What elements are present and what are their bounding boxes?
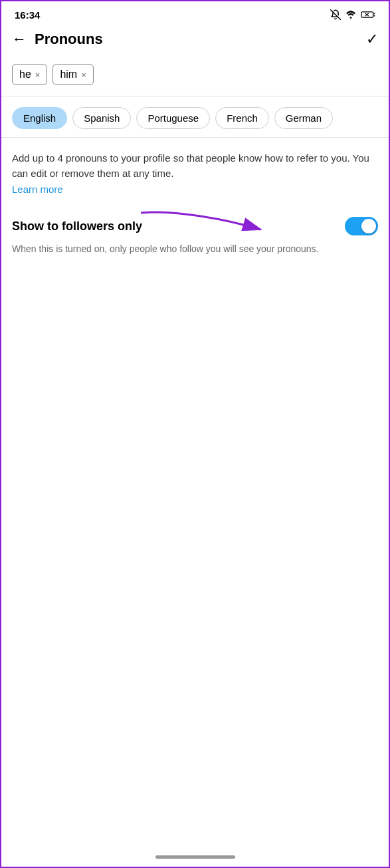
language-tabs-container: English Spanish Portuguese French German	[1, 96, 389, 138]
confirm-button[interactable]: ✓	[366, 31, 378, 48]
description-text: Add up to 4 pronouns to your profile so …	[12, 151, 378, 181]
home-indicator	[155, 855, 235, 859]
pronoun-tag-him-remove[interactable]: ×	[81, 70, 86, 80]
toggle-thumb	[361, 219, 376, 233]
back-button[interactable]: ←	[12, 31, 27, 48]
battery-alert-icon	[361, 10, 375, 19]
learn-more-link[interactable]: Learn more	[12, 184, 63, 195]
header: ← Pronouns ✓	[1, 25, 389, 56]
tab-french[interactable]: French	[215, 107, 269, 129]
svg-point-1	[350, 17, 352, 19]
page-title: Pronouns	[35, 31, 103, 48]
followers-toggle[interactable]	[345, 217, 378, 235]
wifi-icon	[345, 9, 357, 20]
status-icons	[330, 9, 375, 20]
svg-line-0	[331, 10, 341, 20]
arrow-annotation	[134, 206, 280, 246]
toggle-track	[345, 217, 378, 235]
phone-frame: 16:34	[0, 0, 390, 868]
followers-only-label: Show to followers only	[12, 219, 142, 233]
followers-description: When this is turned on, only people who …	[12, 242, 378, 256]
header-left: ← Pronouns	[12, 31, 103, 48]
followers-row: Show to followers only	[12, 217, 378, 235]
pronoun-tag-him[interactable]: him ×	[52, 64, 93, 85]
language-tabs: English Spanish Portuguese French German	[1, 107, 389, 137]
followers-section: Show to followers only When this is turn…	[1, 206, 389, 261]
pronoun-tag-he-remove[interactable]: ×	[35, 70, 41, 80]
status-time: 16:34	[15, 9, 40, 21]
tab-spanish[interactable]: Spanish	[72, 107, 131, 129]
mute-icon	[330, 9, 341, 20]
pronouns-tags-area: he × him ×	[1, 56, 389, 96]
pronoun-tag-he[interactable]: he ×	[12, 64, 47, 85]
pronoun-tag-him-label: him	[60, 69, 77, 80]
pronoun-tag-he-label: he	[19, 69, 31, 80]
tab-german[interactable]: German	[274, 107, 333, 129]
tab-portuguese[interactable]: Portuguese	[136, 107, 210, 129]
tab-english[interactable]: English	[12, 107, 67, 129]
description-section: Add up to 4 pronouns to your profile so …	[1, 138, 389, 206]
status-bar: 16:34	[1, 1, 389, 25]
